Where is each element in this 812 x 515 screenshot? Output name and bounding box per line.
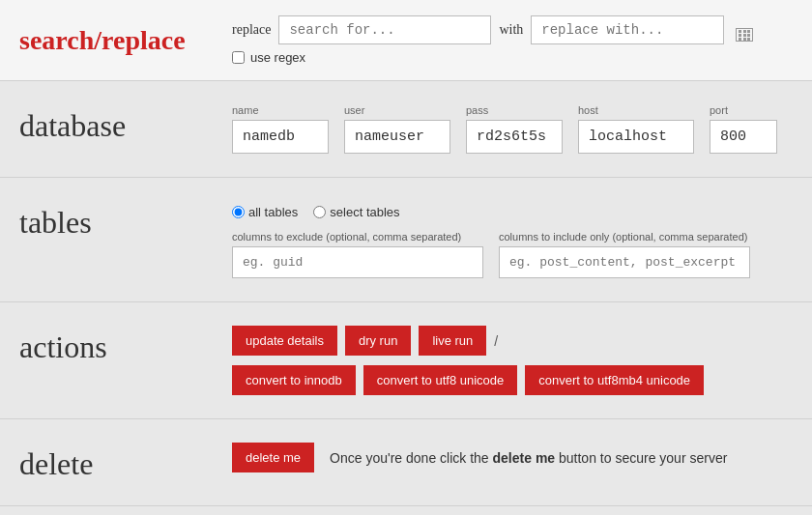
database-section: database name user pass host port xyxy=(0,81,812,178)
convert-innodb-button[interactable]: convert to innodb xyxy=(232,365,356,395)
logo-slash: / xyxy=(94,25,102,55)
db-port-input[interactable] xyxy=(710,120,777,154)
update-details-button[interactable]: update details xyxy=(232,326,337,356)
delete-label: delete xyxy=(19,443,232,482)
include-field: columns to include only (optional, comma… xyxy=(499,231,750,278)
db-user-label: user xyxy=(344,104,450,116)
replace-label: replace xyxy=(232,22,271,38)
logo-search: search xyxy=(19,25,94,55)
actions-row-2: convert to innodb convert to utf8 unicod… xyxy=(232,365,793,395)
db-name-label: name xyxy=(232,104,329,116)
tables-content: all tables select tables columns to excl… xyxy=(232,201,793,278)
db-host-label: host xyxy=(578,104,694,116)
tables-label: tables xyxy=(19,201,232,241)
regex-checkbox[interactable] xyxy=(232,51,245,64)
actions-section: actions update details dry run live run … xyxy=(0,302,812,419)
db-fields: name user pass host port xyxy=(232,104,793,154)
database-content: name user pass host port xyxy=(232,104,793,154)
delete-section: delete delete me Once you're done click … xyxy=(0,419,812,506)
delete-me-button[interactable]: delete me xyxy=(232,443,314,472)
exclude-input[interactable] xyxy=(232,246,483,278)
columns-row: columns to exclude (optional, comma sepa… xyxy=(232,231,793,278)
delete-description: Once you're done click the delete me but… xyxy=(330,450,727,466)
delete-text-bold: delete me xyxy=(493,450,556,466)
radio-all-label[interactable]: all tables xyxy=(232,205,298,219)
logo-replace-text: replace xyxy=(102,25,186,55)
header-section: search/replace replace with use regex xyxy=(0,0,812,81)
with-label: with xyxy=(499,22,523,38)
db-user-input[interactable] xyxy=(344,120,450,154)
tables-section: tables all tables select tables columns … xyxy=(0,178,812,302)
replace-input[interactable] xyxy=(531,15,724,44)
dry-run-button[interactable]: dry run xyxy=(345,326,411,356)
slash-separator: / xyxy=(494,333,498,349)
actions-content: update details dry run live run / conver… xyxy=(232,326,793,395)
db-pass-input[interactable] xyxy=(466,120,563,154)
db-user-field: user xyxy=(344,104,450,154)
search-replace-controls: replace with use regex xyxy=(232,15,753,65)
delete-text-prefix: Once you're done click the xyxy=(330,450,492,466)
radio-all-tables[interactable] xyxy=(232,206,245,218)
db-port-label: port xyxy=(710,104,777,116)
search-input[interactable] xyxy=(278,15,491,44)
regex-label[interactable]: use regex xyxy=(250,50,305,65)
delete-row: delete me Once you're done click the del… xyxy=(232,443,793,472)
db-pass-label: pass xyxy=(466,104,563,116)
radio-select-tables[interactable] xyxy=(313,206,326,218)
db-port-field: port xyxy=(710,104,777,154)
exclude-field: columns to exclude (optional, comma sepa… xyxy=(232,231,483,278)
db-name-field: name xyxy=(232,104,329,154)
exclude-label: columns to exclude (optional, comma sepa… xyxy=(232,231,483,243)
db-host-input[interactable] xyxy=(578,120,694,154)
convert-utf8mb4-button[interactable]: convert to utf8mb4 unicode xyxy=(525,365,704,395)
db-name-input[interactable] xyxy=(232,120,329,154)
radio-row: all tables select tables xyxy=(232,201,793,219)
convert-utf8-button[interactable]: convert to utf8 unicode xyxy=(363,365,518,395)
radio-select-label[interactable]: select tables xyxy=(313,205,399,219)
regex-row: use regex xyxy=(232,50,753,65)
actions-row-1: update details dry run live run / xyxy=(232,326,793,356)
include-label: columns to include only (optional, comma… xyxy=(499,231,750,243)
actions-label: actions xyxy=(19,326,232,365)
delete-text-suffix: button to secure your server xyxy=(555,450,727,466)
db-pass-field: pass xyxy=(466,104,563,154)
live-run-button[interactable]: live run xyxy=(419,326,486,356)
db-host-field: host xyxy=(578,104,694,154)
logo: search/replace xyxy=(19,25,232,56)
grid-icon xyxy=(736,19,753,42)
delete-content: delete me Once you're done click the del… xyxy=(232,443,793,472)
search-replace-row: replace with xyxy=(232,15,753,44)
include-input[interactable] xyxy=(499,246,750,278)
database-label: database xyxy=(19,104,232,144)
